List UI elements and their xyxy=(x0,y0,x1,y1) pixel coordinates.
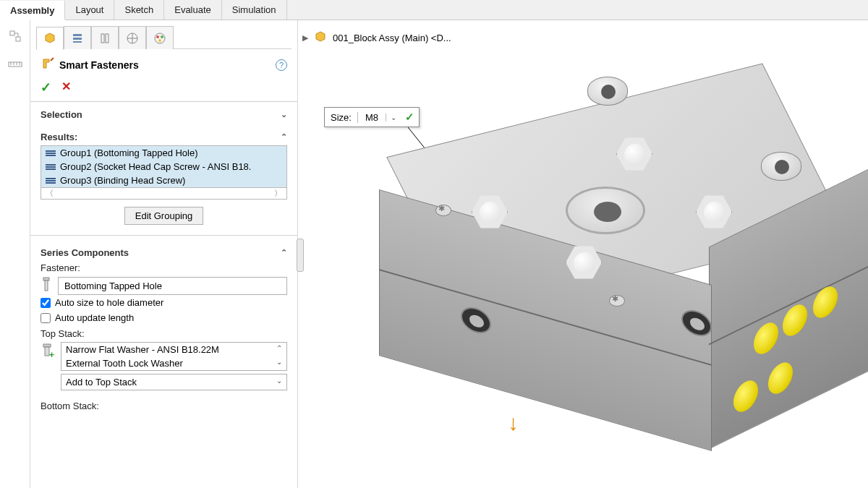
chevron-up-icon: ⌃ xyxy=(281,132,287,142)
svg-point-26 xyxy=(161,35,163,38)
ptab-feature-manager[interactable] xyxy=(36,27,64,50)
fastener-input[interactable] xyxy=(58,277,287,295)
left-rail xyxy=(0,20,30,488)
series-section-header[interactable]: Series Components ⌃ xyxy=(41,246,287,260)
auto-size-label: Auto size to hole diameter xyxy=(55,297,163,308)
svg-rect-19 xyxy=(101,34,104,43)
stack-item-label: External Tooth Lock Washer xyxy=(66,358,183,369)
svg-text:+: + xyxy=(49,350,54,359)
panel-header: Smart Fasteners ? xyxy=(30,49,297,78)
help-icon[interactable]: ? xyxy=(276,59,287,71)
ruler-icon[interactable] xyxy=(8,59,22,72)
selection-section-header[interactable]: Selection ⌄ xyxy=(41,108,287,121)
breadcrumb[interactable]: ▶ 001_Block Assy (Main) <D... xyxy=(302,30,451,46)
results-label: Results: xyxy=(41,132,77,142)
results-list[interactable]: Group1 (Bottoming Tapped Hole) Group2 (S… xyxy=(41,145,287,188)
tree-expand-icon[interactable] xyxy=(8,29,22,46)
fastener-label: Fastener: xyxy=(41,260,287,275)
ok-cancel-row: ✓ ✕ xyxy=(30,78,297,102)
panel-tabs xyxy=(36,26,292,49)
ptab-config-manager[interactable] xyxy=(91,26,119,49)
gravity-arrow-icon: ↓ xyxy=(508,411,519,435)
breadcrumb-expand-icon[interactable]: ▶ xyxy=(302,33,308,43)
tab-layout[interactable]: Layout xyxy=(65,0,114,20)
stack-item-label: Narrow Flat Washer - ANSI B18.22M xyxy=(66,344,219,355)
results-row-label: Group2 (Socket Head Cap Screw - ANSI B18… xyxy=(60,161,251,172)
stack-item[interactable]: External Tooth Lock Washer⌄ xyxy=(61,356,286,370)
add-top-stack-label: Add to Top Stack xyxy=(66,377,137,388)
auto-update-checkbox[interactable] xyxy=(41,313,51,323)
screw-icon xyxy=(41,276,52,295)
svg-rect-16 xyxy=(73,34,82,36)
svg-rect-17 xyxy=(73,38,82,40)
chevron-down-icon: ⌄ xyxy=(276,377,282,388)
top-stack-label: Top Stack: xyxy=(41,325,287,341)
tab-sketch[interactable]: Sketch xyxy=(114,0,164,20)
model-render: ↓ xyxy=(341,56,848,461)
svg-rect-20 xyxy=(106,34,109,43)
svg-rect-28 xyxy=(43,278,49,281)
ptab-dimxpert[interactable] xyxy=(119,26,146,49)
series-label: Series Components xyxy=(41,247,129,258)
results-section-header[interactable]: Results: ⌃ xyxy=(41,130,287,144)
scroll-right-icon[interactable]: 〉 xyxy=(274,188,282,199)
top-stack-list[interactable]: Narrow Flat Washer - ANSI B18.22M⌃ Exter… xyxy=(61,342,287,371)
panel-splitter[interactable] xyxy=(297,239,304,272)
breadcrumb-text[interactable]: 001_Block Assy (Main) <D... xyxy=(333,33,451,43)
auto-size-checkbox-row[interactable]: Auto size to hole diameter xyxy=(41,295,287,310)
tab-simulation[interactable]: Simulation xyxy=(222,0,287,20)
tab-evaluate[interactable]: Evaluate xyxy=(164,0,222,20)
results-row[interactable]: Group3 (Binding Head Screw) xyxy=(41,174,286,187)
scroll-left-icon[interactable]: 〈 xyxy=(46,188,54,199)
results-row-label: Group1 (Bottoming Tapped Hole) xyxy=(60,147,198,158)
up-arrow-icon[interactable]: ⌃ xyxy=(276,344,282,355)
tab-assembly[interactable]: Assembly xyxy=(0,1,65,20)
property-panel: Smart Fasteners ? ✓ ✕ Selection ⌄ Result… xyxy=(30,20,298,488)
top-tabbar: Assembly Layout Sketch Evaluate Simulati… xyxy=(0,0,868,20)
graphics-viewport[interactable]: ▶ 001_Block Assy (Main) <D... Size: M8 ⌄… xyxy=(298,20,868,488)
cancel-button[interactable]: ✕ xyxy=(61,80,71,95)
ptab-property-manager[interactable] xyxy=(64,26,91,49)
svg-point-27 xyxy=(158,39,161,42)
group-icon xyxy=(46,178,56,184)
group-icon xyxy=(46,150,56,156)
auto-update-label: Auto update length xyxy=(55,312,134,323)
results-row-label: Group3 (Binding Head Screw) xyxy=(60,175,185,186)
group-icon xyxy=(46,164,56,170)
svg-rect-18 xyxy=(73,41,82,43)
assembly-cube-icon xyxy=(314,30,327,46)
add-stack-icon[interactable]: + xyxy=(41,342,55,362)
stack-item[interactable]: Narrow Flat Washer - ANSI B18.22M⌃ xyxy=(61,343,286,356)
chevron-up-icon: ⌃ xyxy=(281,248,287,257)
results-row[interactable]: Group1 (Bottoming Tapped Hole) xyxy=(41,146,286,160)
svg-rect-7 xyxy=(10,31,14,35)
svg-rect-8 xyxy=(16,37,20,41)
ok-button[interactable]: ✓ xyxy=(41,80,51,95)
svg-rect-29 xyxy=(45,281,48,291)
bottom-stack-label: Bottom Stack: xyxy=(41,398,287,413)
ptab-appearance[interactable] xyxy=(146,26,174,49)
svg-point-25 xyxy=(156,35,159,38)
results-hscroll[interactable]: 〈〉 xyxy=(41,188,287,200)
results-row[interactable]: Group2 (Socket Head Cap Screw - ANSI B18… xyxy=(41,160,286,174)
edit-grouping-button[interactable]: Edit Grouping xyxy=(124,207,204,225)
smart-fastener-icon xyxy=(41,56,55,74)
down-arrow-icon[interactable]: ⌄ xyxy=(276,358,282,369)
auto-update-checkbox-row[interactable]: Auto update length xyxy=(41,310,287,325)
panel-title: Smart Fasteners xyxy=(59,59,139,71)
selection-label: Selection xyxy=(41,109,82,120)
add-top-stack-select[interactable]: Add to Top Stack ⌄ xyxy=(61,374,287,390)
chevron-down-icon: ⌄ xyxy=(281,110,287,119)
auto-size-checkbox[interactable] xyxy=(41,298,51,308)
svg-rect-30 xyxy=(43,344,51,347)
